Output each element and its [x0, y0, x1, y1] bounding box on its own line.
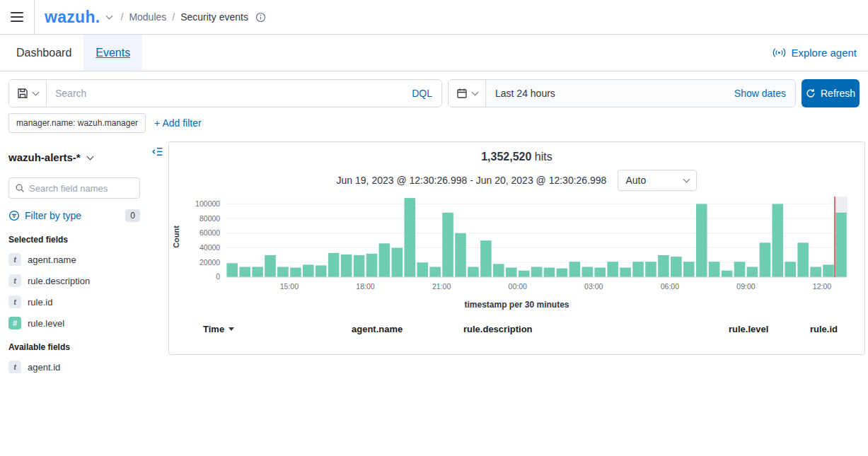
explore-agent-label: Explore agent — [791, 47, 857, 59]
chevron-down-icon — [33, 89, 40, 96]
tab-dashboard[interactable]: Dashboard — [4, 35, 83, 71]
histogram-bar — [442, 213, 453, 277]
time-range-subtitle: Jun 19, 2023 @ 12:30:26.998 - Jun 20, 20… — [337, 175, 607, 186]
info-icon[interactable] — [255, 12, 266, 23]
histogram-bar — [696, 204, 707, 277]
column-header-agent.name[interactable]: agent.name — [352, 324, 463, 334]
time-range-value[interactable]: Last 24 hours — [486, 88, 725, 99]
histogram-bar — [506, 268, 517, 278]
selected-fields-list: tagent.nametrule.descriptiontrule.id#rul… — [8, 249, 140, 334]
topbar-divider — [34, 0, 35, 35]
svg-text:80000: 80000 — [199, 214, 220, 223]
string-field-type-icon: t — [8, 274, 21, 287]
histogram-bar — [265, 255, 276, 277]
refresh-icon — [806, 88, 816, 98]
histogram-bar — [683, 262, 695, 277]
menu-hamburger-button[interactable] — [0, 0, 34, 34]
svg-text:Count: Count — [172, 226, 180, 248]
field-item-rule.id[interactable]: trule.id — [8, 291, 140, 312]
histogram-bar — [328, 253, 340, 277]
results-panel: 1,352,520 hits Jun 19, 2023 @ 12:30:26.9… — [168, 141, 865, 355]
histogram-bar — [366, 254, 378, 277]
save-icon — [17, 88, 28, 99]
search-input[interactable] — [47, 88, 403, 99]
hits-label: hits — [535, 151, 552, 163]
string-field-type-icon: t — [8, 253, 21, 266]
field-item-rule.level[interactable]: #rule.level — [8, 312, 140, 334]
histogram-bar — [747, 267, 758, 278]
column-label: rule.id — [810, 324, 838, 334]
histogram-bar — [493, 264, 504, 277]
histogram-bar — [594, 268, 606, 278]
refresh-button[interactable]: Refresh — [802, 79, 860, 107]
histogram-bar — [607, 262, 618, 277]
hits-summary: 1,352,520 hits — [169, 151, 864, 163]
available-fields-heading: Available fields — [8, 342, 140, 352]
svg-text:100000: 100000 — [195, 199, 220, 208]
histogram-bar — [671, 257, 682, 277]
field-name: agent.id — [28, 362, 60, 373]
histogram-bar — [417, 262, 428, 277]
svg-text:18:00: 18:00 — [356, 282, 374, 291]
interval-select[interactable]: Auto — [618, 170, 697, 191]
string-field-type-icon: t — [8, 361, 21, 373]
field-item-rule.description[interactable]: trule.description — [8, 270, 140, 291]
column-header-Time[interactable]: Time — [203, 324, 352, 334]
wazuh-logo: wazuh. — [45, 8, 100, 27]
selected-fields-heading: Selected fields — [8, 235, 140, 245]
column-header-rule.id[interactable]: rule.id — [810, 324, 864, 334]
explore-agent-button[interactable]: Explore agent — [772, 35, 857, 71]
index-pattern-selector[interactable]: wazuh-alerts-* — [8, 151, 140, 163]
histogram-bar — [341, 255, 352, 277]
selected-fields-group: Selected fields tagent.nametrule.descrip… — [8, 235, 140, 334]
svg-text:03:00: 03:00 — [584, 282, 603, 291]
svg-text:00:00: 00:00 — [509, 282, 527, 291]
field-item-agent.name[interactable]: tagent.name — [8, 249, 140, 270]
histogram-bar — [290, 268, 301, 278]
hits-count: 1,352,520 — [481, 151, 531, 163]
chevron-down-icon — [106, 13, 113, 20]
histogram-bar — [709, 262, 720, 277]
filter-count-badge: 0 — [125, 209, 140, 222]
svg-text:15:00: 15:00 — [280, 282, 299, 291]
histogram-bar — [734, 262, 746, 277]
chevron-down-icon — [683, 176, 690, 183]
svg-text:06:00: 06:00 — [661, 282, 679, 291]
column-label: Time — [203, 324, 224, 334]
histogram-bar — [468, 267, 479, 278]
add-filter-button[interactable]: + Add filter — [154, 117, 202, 129]
saved-queries-button[interactable] — [9, 80, 47, 107]
tab-events[interactable]: Events — [83, 35, 142, 71]
histogram-bar — [354, 255, 365, 277]
histogram-bar — [835, 213, 847, 277]
field-search-box — [8, 177, 140, 199]
field-name: rule.level — [28, 318, 64, 329]
date-quick-select-button[interactable] — [449, 80, 486, 107]
wazuh-security-events-page: wazuh. / Modules / Security events Dashb… — [0, 0, 868, 386]
collapse-sidebar-icon[interactable] — [151, 146, 163, 160]
filter-by-type-button[interactable]: Filter by type 0 — [8, 209, 140, 222]
histogram-bar — [392, 248, 403, 278]
show-dates-button[interactable]: Show dates — [725, 88, 795, 99]
field-item-agent.id[interactable]: tagent.id — [8, 356, 140, 378]
breadcrumb-modules[interactable]: Modules — [129, 11, 166, 23]
number-field-type-icon: # — [8, 317, 21, 329]
query-bar: DQL — [8, 79, 442, 107]
filter-pill[interactable]: manager.name: wazuh.manager — [8, 113, 146, 133]
histogram-bar — [620, 268, 631, 278]
wazuh-logo-button[interactable]: wazuh. — [45, 8, 112, 27]
top-navigation-bar: wazuh. / Modules / Security events — [0, 0, 868, 35]
histogram-bar — [277, 267, 289, 278]
breadcrumb-separator: / — [120, 11, 123, 23]
query-language-button[interactable]: DQL — [403, 88, 441, 99]
interval-value: Auto — [625, 175, 646, 186]
xaxis-title: timestamp per 30 minutes — [169, 300, 864, 310]
histogram-chart[interactable]: 02000040000600008000010000015:0018:0021:… — [169, 192, 864, 298]
svg-text:09:00: 09:00 — [736, 282, 755, 291]
histogram-bar — [316, 265, 327, 277]
histogram-bar — [569, 262, 581, 277]
column-header-rule.description[interactable]: rule.description — [463, 324, 729, 334]
field-search-input[interactable] — [29, 183, 134, 194]
column-header-rule.level[interactable]: rule.level — [729, 324, 810, 334]
breadcrumb-current-page: Security events — [180, 11, 248, 23]
